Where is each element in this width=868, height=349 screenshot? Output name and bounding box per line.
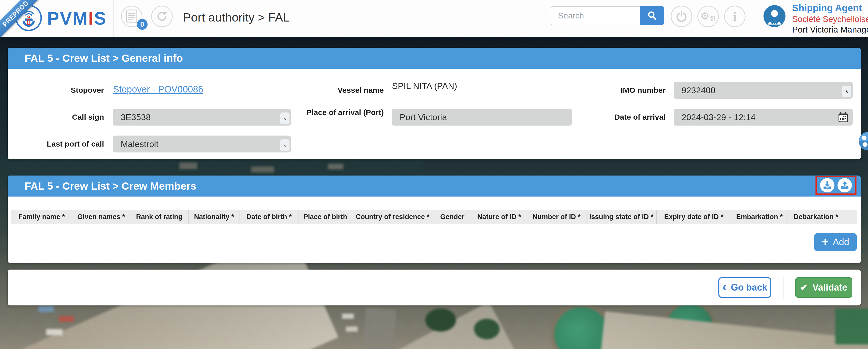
chevron-left-icon: ‹ (722, 280, 726, 293)
search-input[interactable] (551, 6, 640, 25)
top-header-bar: PVMIS 0 Port authority > FAL (0, 0, 868, 37)
crew-members-table: Family name * Given names * Rank of rati… (11, 210, 857, 224)
col-debarkation: Debarkation * (788, 210, 844, 224)
col-number-of-id: Number of ID * (527, 210, 586, 224)
imo-number-field (674, 82, 852, 99)
go-back-button[interactable]: ‹ Go back (718, 277, 771, 298)
call-sign-field (113, 109, 291, 126)
call-sign-label: Call sign (8, 113, 104, 122)
add-button-label: Add (833, 237, 849, 248)
user-avatar-icon (764, 5, 785, 27)
user-role: Shipping Agent (792, 3, 868, 14)
crew-table-header-row: Family name * Given names * Rank of rati… (11, 210, 857, 224)
pvmis-app: PVMIS 0 Port authority > FAL (0, 0, 868, 349)
user-organization: Port Victoria Managem (792, 24, 868, 35)
col-rank-of-rating: Rank of rating (130, 210, 188, 224)
user-company: Société Seychelloise De (792, 14, 868, 24)
chat-widget-dot (862, 135, 866, 140)
col-nationality: Nationality * (188, 210, 240, 224)
logout-button[interactable] (671, 6, 692, 27)
add-crew-member-button[interactable]: + Add (814, 233, 857, 251)
last-port-of-call-field-wrap: * (113, 135, 291, 153)
refresh-button[interactable] (151, 6, 173, 27)
date-of-arrival-label: Date of arrival (564, 113, 665, 122)
crew-members-panel-title: FAL 5 - Crew List > Crew Members (25, 180, 196, 192)
col-country-of-residence: Country of residence * (352, 210, 433, 224)
checkmark-icon: ✔ (800, 283, 808, 292)
col-expiry-date-of-id: Expiry date of ID * (656, 210, 731, 224)
calendar-icon (838, 112, 848, 123)
annotation-highlight-box (815, 176, 857, 195)
required-marker: * (280, 113, 289, 124)
go-back-label: Go back (731, 282, 767, 293)
crew-members-panel-header: FAL 5 - Crew List > Crew Members (8, 176, 861, 196)
last-port-of-call-label: Last port of call (8, 139, 104, 149)
place-of-arrival-field-wrap (392, 109, 572, 126)
brand-part2: S (94, 8, 107, 28)
upload-icon (840, 180, 850, 190)
col-embarkation: Embarkation * (731, 210, 788, 224)
col-given-names: Given names * (72, 210, 130, 224)
col-date-of-birth: Date of birth * (240, 210, 299, 224)
date-of-arrival-field-wrap (674, 109, 852, 126)
imo-number-label: IMO number (564, 86, 665, 95)
search-button[interactable] (640, 6, 664, 25)
add-row: + Add (12, 233, 857, 251)
notifications-badge: 0 (137, 19, 148, 30)
place-of-arrival-field (392, 109, 572, 126)
stopover-link[interactable]: Stopover - POV00086 (113, 84, 203, 95)
col-family-name: Family name * (11, 210, 72, 224)
document-icon (126, 9, 137, 23)
vessel-name-value: SPIL NITA (PAN) (392, 81, 457, 91)
col-gender: Gender (433, 210, 472, 224)
user-avatar[interactable] (764, 5, 785, 27)
date-of-arrival-field (674, 109, 852, 126)
plus-icon: + (822, 236, 829, 248)
col-issuing-state-of-id: Issuing state of ID * (586, 210, 656, 224)
export-crew-button[interactable] (838, 178, 852, 192)
required-marker: * (842, 86, 851, 97)
footer-divider (783, 276, 783, 299)
crew-members-panel: FAL 5 - Crew List > Crew Members (8, 176, 861, 263)
validate-button[interactable]: ✔ Validate (795, 277, 852, 298)
header-divider-right (756, 0, 756, 37)
general-info-panel: FAL 5 - Crew List > General info Stopove… (8, 47, 861, 159)
imo-number-field-wrap: * (674, 82, 852, 99)
stopover-label: Stopover (8, 86, 104, 95)
validate-label: Validate (812, 282, 847, 293)
general-info-panel-title: FAL 5 - Crew List > General info (25, 52, 183, 64)
col-place-of-birth: Place of birth (299, 210, 352, 224)
info-icon: i (733, 9, 736, 24)
page-title: Port authority > FAL (183, 10, 290, 24)
last-port-of-call-field (113, 135, 291, 153)
col-nature-of-id: Nature of ID * (472, 210, 527, 224)
info-button[interactable]: i (724, 6, 746, 27)
place-of-arrival-label: Place of arrival (Port) (291, 108, 384, 117)
brand-accent: I (88, 8, 94, 28)
import-crew-button[interactable] (820, 178, 834, 192)
call-sign-field-wrap: * (113, 109, 291, 126)
general-info-body: Stopover Stopover - POV00086 Vessel name… (8, 69, 861, 159)
power-icon (676, 11, 687, 22)
refresh-icon (156, 10, 168, 22)
general-info-panel-header: FAL 5 - Crew List > General info (8, 47, 861, 69)
user-info: Shipping Agent Société Seychelloise De P… (792, 3, 868, 35)
required-marker: * (280, 139, 289, 151)
header-divider-left (114, 0, 114, 37)
gears-icon: ⚙⚙ (701, 11, 716, 22)
search-bar (551, 6, 664, 25)
vessel-name-label: Vessel name (291, 86, 384, 95)
footer-action-bar: ‹ Go back ✔ Validate (8, 269, 861, 306)
brand-part1: PVM (47, 8, 88, 28)
col-actions (844, 210, 857, 224)
chat-widget-dot (863, 142, 867, 147)
settings-button[interactable]: ⚙⚙ (698, 6, 719, 27)
brand-name: PVMIS (47, 8, 107, 29)
search-icon (647, 11, 657, 21)
download-icon (822, 180, 832, 190)
footer-actions: ‹ Go back ✔ Validate (8, 269, 861, 306)
